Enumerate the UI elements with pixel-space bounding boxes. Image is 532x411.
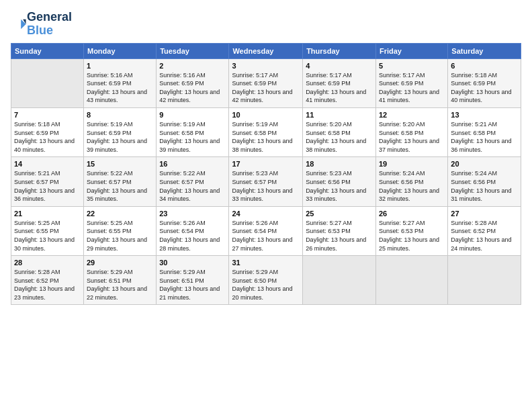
day-info: Sunrise: 5:29 AMSunset: 6:50 PMDaylight:… <box>232 268 300 302</box>
calendar-cell: 18Sunrise: 5:23 AMSunset: 6:56 PMDayligh… <box>303 157 376 206</box>
day-info: Sunrise: 5:19 AMSunset: 6:59 PMDaylight:… <box>87 120 153 154</box>
day-info: Sunrise: 5:28 AMSunset: 6:52 PMDaylight:… <box>14 268 81 302</box>
day-number: 2 <box>159 62 226 70</box>
calendar-cell: 6Sunrise: 5:18 AMSunset: 6:59 PMDaylight… <box>448 58 521 107</box>
day-number: 8 <box>87 111 153 119</box>
day-number: 11 <box>306 111 373 119</box>
weekday-header: Monday <box>83 43 156 58</box>
logo-icon <box>12 17 27 32</box>
day-number: 21 <box>14 210 81 218</box>
logo-text: General Blue <box>27 11 72 38</box>
calendar-cell: 19Sunrise: 5:24 AMSunset: 6:56 PMDayligh… <box>375 157 447 206</box>
day-number: 30 <box>159 259 226 267</box>
day-number: 9 <box>159 111 226 119</box>
day-info: Sunrise: 5:21 AMSunset: 6:57 PMDaylight:… <box>14 169 81 203</box>
calendar-cell: 17Sunrise: 5:23 AMSunset: 6:57 PMDayligh… <box>229 157 303 206</box>
day-number: 25 <box>306 210 373 218</box>
page-container: General Blue SundayMondayTuesdayWednesda… <box>0 0 532 312</box>
day-info: Sunrise: 5:22 AMSunset: 6:57 PMDaylight:… <box>87 169 153 203</box>
calendar-cell: 10Sunrise: 5:19 AMSunset: 6:58 PMDayligh… <box>229 107 303 156</box>
day-number: 7 <box>14 111 81 119</box>
weekday-header: Wednesday <box>229 43 303 58</box>
day-number: 6 <box>451 62 518 70</box>
day-info: Sunrise: 5:23 AMSunset: 6:56 PMDaylight:… <box>306 169 373 203</box>
day-number: 5 <box>379 62 445 70</box>
day-number: 29 <box>87 259 153 267</box>
day-info: Sunrise: 5:17 AMSunset: 6:59 PMDaylight:… <box>379 71 445 105</box>
day-info: Sunrise: 5:18 AMSunset: 6:59 PMDaylight:… <box>14 120 81 154</box>
day-number: 26 <box>379 210 445 218</box>
day-number: 10 <box>232 111 300 119</box>
logo: General Blue <box>11 11 72 38</box>
calendar-cell: 5Sunrise: 5:17 AMSunset: 6:59 PMDaylight… <box>375 58 447 107</box>
calendar-cell <box>11 58 84 107</box>
calendar-cell: 15Sunrise: 5:22 AMSunset: 6:57 PMDayligh… <box>83 157 156 206</box>
day-info: Sunrise: 5:24 AMSunset: 6:56 PMDaylight:… <box>451 169 518 203</box>
day-info: Sunrise: 5:29 AMSunset: 6:51 PMDaylight:… <box>159 268 226 302</box>
calendar-cell: 12Sunrise: 5:20 AMSunset: 6:58 PMDayligh… <box>375 107 447 156</box>
calendar-cell: 13Sunrise: 5:21 AMSunset: 6:58 PMDayligh… <box>448 107 521 156</box>
day-info: Sunrise: 5:26 AMSunset: 6:54 PMDaylight:… <box>159 219 226 253</box>
calendar-cell: 16Sunrise: 5:22 AMSunset: 6:57 PMDayligh… <box>157 157 229 206</box>
calendar-cell: 8Sunrise: 5:19 AMSunset: 6:59 PMDaylight… <box>83 107 156 156</box>
day-info: Sunrise: 5:19 AMSunset: 6:58 PMDaylight:… <box>159 120 226 154</box>
calendar-cell: 14Sunrise: 5:21 AMSunset: 6:57 PMDayligh… <box>11 157 84 206</box>
day-number: 14 <box>14 160 81 168</box>
calendar-week-row: 21Sunrise: 5:25 AMSunset: 6:55 PMDayligh… <box>11 206 521 255</box>
calendar-week-row: 14Sunrise: 5:21 AMSunset: 6:57 PMDayligh… <box>11 157 521 206</box>
calendar-cell: 24Sunrise: 5:26 AMSunset: 6:54 PMDayligh… <box>229 206 303 255</box>
day-info: Sunrise: 5:16 AMSunset: 6:59 PMDaylight:… <box>87 71 153 105</box>
calendar-cell: 28Sunrise: 5:28 AMSunset: 6:52 PMDayligh… <box>11 256 84 305</box>
day-number: 27 <box>451 210 518 218</box>
weekday-header: Sunday <box>11 43 84 58</box>
header-row: SundayMondayTuesdayWednesdayThursdayFrid… <box>11 43 521 58</box>
calendar-cell: 7Sunrise: 5:18 AMSunset: 6:59 PMDaylight… <box>11 107 84 156</box>
calendar-cell: 3Sunrise: 5:17 AMSunset: 6:59 PMDaylight… <box>229 58 303 107</box>
day-info: Sunrise: 5:25 AMSunset: 6:55 PMDaylight:… <box>14 219 81 253</box>
calendar-cell: 23Sunrise: 5:26 AMSunset: 6:54 PMDayligh… <box>157 206 229 255</box>
day-info: Sunrise: 5:23 AMSunset: 6:57 PMDaylight:… <box>232 169 300 203</box>
calendar-cell: 30Sunrise: 5:29 AMSunset: 6:51 PMDayligh… <box>157 256 229 305</box>
day-number: 20 <box>451 160 518 168</box>
calendar-cell: 27Sunrise: 5:28 AMSunset: 6:52 PMDayligh… <box>448 206 521 255</box>
weekday-header: Saturday <box>448 43 521 58</box>
day-info: Sunrise: 5:17 AMSunset: 6:59 PMDaylight:… <box>306 71 373 105</box>
calendar-cell: 9Sunrise: 5:19 AMSunset: 6:58 PMDaylight… <box>157 107 229 156</box>
day-number: 12 <box>379 111 445 119</box>
day-info: Sunrise: 5:20 AMSunset: 6:58 PMDaylight:… <box>306 120 373 154</box>
day-number: 17 <box>232 160 300 168</box>
calendar-week-row: 28Sunrise: 5:28 AMSunset: 6:52 PMDayligh… <box>11 256 521 305</box>
weekday-header: Tuesday <box>157 43 229 58</box>
day-number: 23 <box>159 210 226 218</box>
calendar-cell: 31Sunrise: 5:29 AMSunset: 6:50 PMDayligh… <box>229 256 303 305</box>
day-info: Sunrise: 5:21 AMSunset: 6:58 PMDaylight:… <box>451 120 518 154</box>
day-number: 16 <box>159 160 226 168</box>
calendar-cell: 4Sunrise: 5:17 AMSunset: 6:59 PMDaylight… <box>303 58 376 107</box>
calendar-cell: 29Sunrise: 5:29 AMSunset: 6:51 PMDayligh… <box>83 256 156 305</box>
day-info: Sunrise: 5:16 AMSunset: 6:59 PMDaylight:… <box>159 71 226 105</box>
day-info: Sunrise: 5:26 AMSunset: 6:54 PMDaylight:… <box>232 219 300 253</box>
weekday-header: Friday <box>375 43 447 58</box>
day-info: Sunrise: 5:27 AMSunset: 6:53 PMDaylight:… <box>306 219 373 253</box>
day-number: 4 <box>306 62 373 70</box>
day-number: 3 <box>232 62 300 70</box>
day-info: Sunrise: 5:20 AMSunset: 6:58 PMDaylight:… <box>379 120 445 154</box>
day-number: 1 <box>87 62 153 70</box>
calendar-cell: 1Sunrise: 5:16 AMSunset: 6:59 PMDaylight… <box>83 58 156 107</box>
calendar-cell: 20Sunrise: 5:24 AMSunset: 6:56 PMDayligh… <box>448 157 521 206</box>
day-number: 31 <box>232 259 300 267</box>
day-number: 19 <box>379 160 445 168</box>
header: General Blue <box>11 11 521 38</box>
day-info: Sunrise: 5:17 AMSunset: 6:59 PMDaylight:… <box>232 71 300 105</box>
calendar-cell: 21Sunrise: 5:25 AMSunset: 6:55 PMDayligh… <box>11 206 84 255</box>
calendar-cell: 11Sunrise: 5:20 AMSunset: 6:58 PMDayligh… <box>303 107 376 156</box>
calendar-cell: 22Sunrise: 5:25 AMSunset: 6:55 PMDayligh… <box>83 206 156 255</box>
day-info: Sunrise: 5:27 AMSunset: 6:53 PMDaylight:… <box>379 219 445 253</box>
calendar-week-row: 7Sunrise: 5:18 AMSunset: 6:59 PMDaylight… <box>11 107 521 156</box>
calendar-week-row: 1Sunrise: 5:16 AMSunset: 6:59 PMDaylight… <box>11 58 521 107</box>
calendar-cell <box>375 256 447 305</box>
calendar-cell <box>303 256 376 305</box>
calendar-cell: 2Sunrise: 5:16 AMSunset: 6:59 PMDaylight… <box>157 58 229 107</box>
day-info: Sunrise: 5:22 AMSunset: 6:57 PMDaylight:… <box>159 169 226 203</box>
calendar-cell: 25Sunrise: 5:27 AMSunset: 6:53 PMDayligh… <box>303 206 376 255</box>
